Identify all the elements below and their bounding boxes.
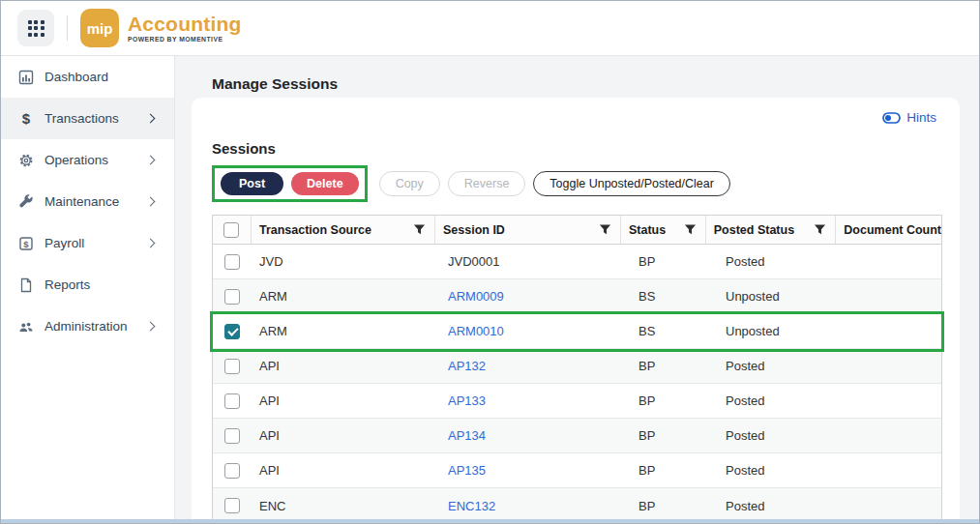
select-all-checkbox[interactable] bbox=[223, 222, 239, 238]
sidebar-item-maintenance[interactable]: Maintenance bbox=[1, 181, 174, 222]
session-id-text: JVD0001 bbox=[448, 254, 499, 269]
cell-session-id: AP132 bbox=[440, 349, 631, 383]
cell-posted-status: Unposted bbox=[718, 279, 851, 313]
cell-transaction-source: API bbox=[252, 349, 440, 383]
sidebar-item-operations[interactable]: Operations bbox=[1, 139, 174, 181]
cell-status: BP bbox=[631, 349, 718, 383]
row-checkbox-cell bbox=[213, 279, 252, 313]
chevron-right-icon bbox=[146, 114, 156, 124]
cell-transaction-source: API bbox=[252, 419, 440, 452]
cell-status: BP bbox=[631, 384, 718, 418]
column-header-label: Document Count bbox=[844, 223, 941, 237]
apps-menu-button[interactable] bbox=[17, 10, 54, 46]
cell-document-count bbox=[851, 384, 941, 418]
column-header-source: Transaction Source bbox=[251, 216, 434, 244]
sessions-toolbar: Post Delete Copy Reverse Toggle Unposted… bbox=[212, 164, 939, 203]
sidebar-item-payroll[interactable]: $Payroll bbox=[1, 222, 174, 264]
cell-posted-status: Posted bbox=[718, 384, 851, 418]
app-name: Accounting bbox=[128, 14, 242, 35]
row-checkbox[interactable] bbox=[224, 393, 240, 409]
page-header: Manage Sessions bbox=[175, 56, 979, 98]
window-bottom-edge bbox=[1, 519, 979, 523]
row-checkbox[interactable] bbox=[224, 254, 240, 270]
toggle-unposted-posted-clear-button[interactable]: Toggle Unposted/Posted/Clear bbox=[533, 171, 730, 197]
cell-transaction-source: ENC bbox=[252, 488, 440, 523]
session-id-link[interactable]: ARM0010 bbox=[448, 324, 504, 338]
sidebar-item-label: Operations bbox=[45, 153, 108, 167]
table-row: ENCENC132BPPosted bbox=[213, 488, 941, 523]
payroll-icon: $ bbox=[18, 236, 34, 251]
document-icon bbox=[18, 277, 34, 293]
post-button[interactable]: Post bbox=[221, 172, 283, 196]
filter-icon[interactable] bbox=[413, 223, 426, 236]
reverse-button[interactable]: Reverse bbox=[448, 171, 526, 197]
session-id-link[interactable]: AP135 bbox=[448, 463, 486, 478]
cell-session-id: JVD0001 bbox=[440, 245, 631, 278]
row-checkbox[interactable] bbox=[224, 498, 240, 513]
cell-document-count bbox=[851, 453, 941, 487]
session-id-link[interactable]: AP133 bbox=[448, 393, 486, 408]
row-checkbox[interactable] bbox=[224, 324, 240, 339]
cell-document-count bbox=[851, 279, 941, 313]
filter-icon[interactable] bbox=[599, 223, 611, 236]
session-id-link[interactable]: AP134 bbox=[448, 428, 486, 443]
cell-transaction-source: ARM bbox=[252, 314, 440, 348]
sidebar-item-label: Administration bbox=[45, 319, 128, 334]
sessions-table: Transaction SourceSession IDStatusPosted… bbox=[212, 215, 942, 524]
page-title: Manage Sessions bbox=[212, 75, 979, 93]
column-header-doc: Document Count bbox=[835, 216, 941, 244]
cell-posted-status: Unposted bbox=[718, 314, 851, 348]
row-checkbox-cell bbox=[213, 488, 252, 523]
row-checkbox[interactable] bbox=[224, 289, 240, 305]
toggle-icon bbox=[882, 112, 901, 124]
sidebar-item-administration[interactable]: Administration bbox=[1, 306, 174, 347]
sessions-card: Hints Sessions Post Delete Copy Reverse … bbox=[192, 98, 960, 524]
row-checkbox-cell bbox=[213, 453, 252, 487]
people-icon bbox=[18, 319, 34, 335]
cell-document-count bbox=[851, 245, 941, 278]
column-header-label: Posted Status bbox=[714, 223, 794, 237]
cell-status: BP bbox=[631, 419, 718, 452]
delete-button[interactable]: Delete bbox=[291, 172, 359, 196]
table-row: APIAP132BPPosted bbox=[213, 349, 941, 384]
copy-button[interactable]: Copy bbox=[379, 171, 440, 197]
chevron-right-icon bbox=[146, 322, 156, 332]
brand-tagline: POWERED BY MOMENTIVE bbox=[128, 36, 242, 43]
filter-icon[interactable] bbox=[814, 223, 826, 236]
cell-posted-status: Posted bbox=[718, 245, 851, 278]
chevron-right-icon bbox=[146, 197, 156, 207]
apps-grid-icon bbox=[28, 20, 45, 37]
row-checkbox[interactable] bbox=[224, 359, 240, 374]
row-checkbox[interactable] bbox=[224, 463, 240, 479]
row-checkbox-cell bbox=[213, 314, 252, 348]
sidebar-item-reports[interactable]: Reports bbox=[1, 264, 174, 306]
select-all-cell bbox=[213, 216, 251, 244]
row-checkbox-cell bbox=[213, 419, 252, 452]
sidebar-item-dashboard[interactable]: Dashboard bbox=[1, 56, 174, 98]
cell-posted-status: Posted bbox=[718, 488, 851, 523]
cell-status: BS bbox=[631, 279, 718, 313]
brand-text: Accounting POWERED BY MOMENTIVE bbox=[128, 14, 242, 43]
table-body: JVDJVD0001BPPostedARMARM0009BSUnpostedAR… bbox=[213, 245, 941, 523]
cell-posted-status: Posted bbox=[718, 453, 851, 487]
cell-transaction-source: API bbox=[252, 384, 440, 418]
row-checkbox[interactable] bbox=[224, 428, 240, 444]
sidebar-item-label: Reports bbox=[45, 277, 90, 292]
filter-icon[interactable] bbox=[684, 223, 697, 236]
table-row-highlighted: ARMARM0010BSUnposted bbox=[213, 314, 941, 349]
cell-session-id: AP135 bbox=[440, 453, 631, 487]
header-divider bbox=[67, 15, 68, 41]
cell-posted-status: Posted bbox=[718, 419, 851, 452]
session-id-link[interactable]: ENC132 bbox=[448, 499, 495, 513]
top-bar: mip Accounting POWERED BY MOMENTIVE bbox=[1, 1, 979, 56]
sidebar-item-transactions[interactable]: $Transactions bbox=[1, 98, 174, 139]
session-id-link[interactable]: ARM0009 bbox=[448, 289, 504, 304]
brand: mip Accounting POWERED BY MOMENTIVE bbox=[80, 9, 242, 47]
column-header-session: Session ID bbox=[434, 216, 620, 244]
session-id-link[interactable]: AP132 bbox=[448, 359, 486, 373]
cell-session-id: ARM0009 bbox=[440, 279, 631, 313]
hints-toggle[interactable]: Hints bbox=[882, 110, 936, 125]
table-header-row: Transaction SourceSession IDStatusPosted… bbox=[213, 216, 941, 245]
cell-session-id: ENC132 bbox=[440, 488, 631, 523]
cell-session-id: AP133 bbox=[440, 384, 631, 418]
